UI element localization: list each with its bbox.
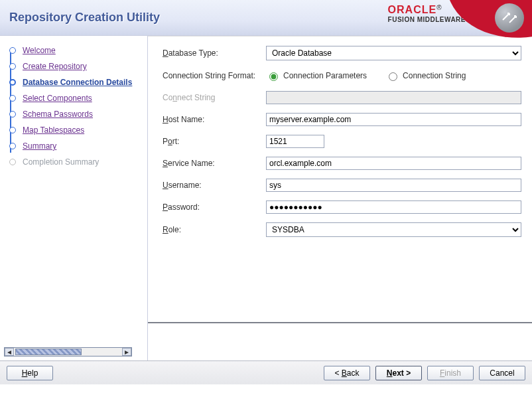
- scroll-left-arrow-icon[interactable]: ◂: [5, 348, 14, 356]
- messages-panel: [148, 322, 532, 360]
- scroll-track[interactable]: [14, 348, 122, 356]
- content-area: Database Type: Oracle Database Connectio…: [148, 36, 532, 360]
- step-dot-icon: [9, 159, 16, 165]
- back-button[interactable]: < Back: [324, 366, 370, 380]
- step-dot-icon: [9, 79, 16, 86]
- connect-string-input: [266, 91, 521, 104]
- host-input[interactable]: [266, 113, 521, 126]
- step-summary[interactable]: Summary: [4, 138, 145, 154]
- csf-radio-params[interactable]: Connection Parameters: [266, 70, 367, 81]
- connect-string-label: Connect String: [163, 93, 266, 102]
- form-area: Database Type: Oracle Database Connectio…: [148, 37, 532, 322]
- db-type-label: Database Type:: [163, 48, 266, 58]
- wizard-steps: Welcome Create Repository Database Conne…: [4, 42, 145, 170]
- wizard-sidebar: Welcome Create Repository Database Conne…: [0, 36, 148, 360]
- cancel-button[interactable]: Cancel: [479, 366, 525, 380]
- brand-swoosh-icon: [471, 2, 531, 34]
- help-button[interactable]: Help: [7, 366, 53, 380]
- step-dot-icon: [9, 95, 16, 102]
- step-schema-passwords[interactable]: Schema Passwords: [4, 106, 145, 122]
- brand-circle-icon: [495, 3, 524, 33]
- scroll-right-arrow-icon[interactable]: ▸: [122, 348, 131, 356]
- step-select-components[interactable]: Select Components: [4, 90, 145, 106]
- db-type-select[interactable]: Oracle Database: [266, 46, 521, 60]
- scroll-thumb[interactable]: [15, 349, 82, 355]
- step-database-connection-details[interactable]: Database Connection Details: [4, 74, 145, 90]
- service-label: Service Name:: [163, 159, 266, 168]
- port-input[interactable]: [266, 135, 324, 148]
- sidebar-horizontal-scrollbar[interactable]: ◂ ▸: [4, 347, 132, 357]
- step-welcome[interactable]: Welcome: [4, 42, 145, 58]
- csf-radio-string[interactable]: Connection String: [385, 70, 466, 81]
- step-completion-summary: Completion Summary: [4, 154, 145, 170]
- step-dot-icon: [9, 47, 16, 54]
- page-title: Repository Creation Utility: [9, 11, 160, 25]
- step-create-repository[interactable]: Create Repository: [4, 58, 145, 74]
- step-dot-icon: [9, 127, 16, 133]
- finish-button: Finish: [427, 366, 474, 380]
- step-dot-icon: [9, 143, 16, 149]
- pass-input[interactable]: [266, 200, 521, 214]
- brand-subtitle: FUSION MIDDLEWARE: [388, 16, 466, 23]
- service-input[interactable]: [266, 157, 521, 170]
- footer: Help < Back Next > Finish Cancel: [0, 360, 532, 384]
- step-dot-icon: [9, 111, 16, 118]
- csf-label: Connection String Format:: [163, 71, 266, 80]
- user-label: Username:: [163, 181, 266, 190]
- csf-radio-params-input[interactable]: [269, 72, 278, 81]
- next-button[interactable]: Next >: [375, 366, 422, 380]
- arrows-icon: [501, 9, 518, 27]
- step-dot-icon: [9, 63, 16, 70]
- port-label: Port:: [163, 137, 266, 146]
- host-label: Host Name:: [163, 115, 266, 124]
- pass-label: Password:: [163, 202, 266, 212]
- role-select[interactable]: SYSDBA: [266, 222, 521, 237]
- user-input[interactable]: [266, 179, 521, 192]
- header: Repository Creation Utility ORACLE® FUSI…: [0, 0, 532, 36]
- step-map-tablespaces[interactable]: Map Tablespaces: [4, 122, 145, 138]
- csf-radio-string-input[interactable]: [389, 72, 397, 81]
- role-label: Role:: [163, 225, 266, 234]
